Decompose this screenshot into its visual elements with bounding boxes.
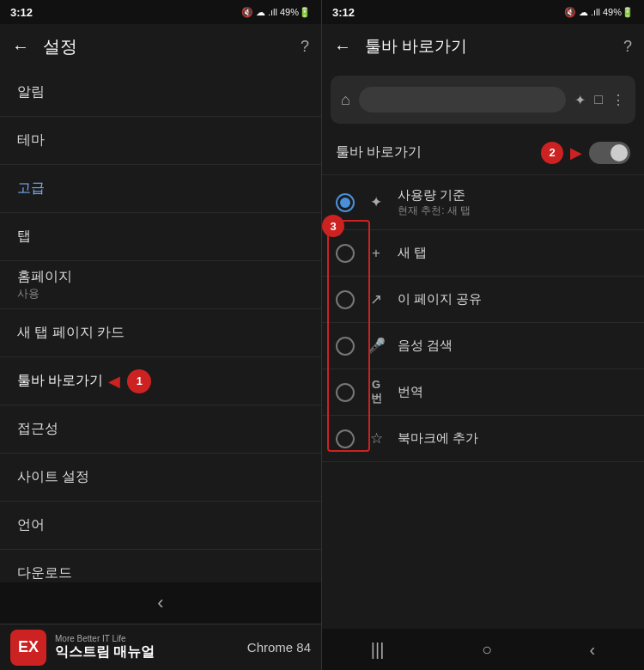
sparkle-option-icon: ✦ — [367, 193, 386, 211]
brand-text: More Better IT Life 익스트림 매뉴얼 — [55, 634, 155, 661]
tab-count-icon[interactable]: □ — [594, 92, 603, 107]
brand-bar: EX More Better IT Life 익스트림 매뉴얼 Chrome 8… — [0, 624, 321, 670]
toolbar-shortcut-section-header: 툴바 바로가기 2 ▶ — [322, 131, 644, 175]
right-status-bar: 3:12 🔇 ☁ .ıll 49%🔋 — [322, 0, 644, 24]
chrome-label: Chrome 84 — [247, 640, 311, 655]
option-bookmark[interactable]: ☆ 북마크에 추가 — [322, 416, 644, 462]
menu-item-notifications[interactable]: 알림 — [0, 69, 321, 117]
translate-icon: G번 — [367, 378, 386, 406]
right-bottom-nav: ||| ○ ‹ — [322, 629, 644, 670]
radio-share-page[interactable] — [336, 290, 355, 309]
settings-menu-list: 알림 테마 고급 탭 홈페이지 사용 새 탭 페이지 카드 툴바 바로가기 ◀ … — [0, 69, 321, 582]
left-status-icons: 🔇 ☁ .ıll 49%🔋 — [241, 7, 311, 18]
section-title: 툴바 바로가기 — [336, 143, 422, 161]
badge-1: 1 — [127, 369, 151, 393]
nav-home-icon[interactable]: ○ — [482, 640, 492, 660]
option-usage-text: 사용량 기준 현재 추천: 새 탭 — [398, 187, 471, 218]
radio-voice-search[interactable] — [336, 337, 355, 356]
menu-item-theme[interactable]: 테마 — [0, 117, 321, 165]
left-top-bar: ← 설정 ? — [0, 24, 321, 69]
left-bottom-nav: ‹ — [0, 582, 321, 624]
browser-bar-preview: ⌂ ✦ □ ⋮ — [331, 76, 635, 124]
toggle-wrapper: 2 ▶ — [541, 142, 630, 164]
radio-usage-based[interactable] — [336, 193, 355, 212]
option-translate[interactable]: G번 번역 — [322, 369, 644, 416]
menu-item-language[interactable]: 언어 — [0, 502, 321, 550]
menu-item-tab[interactable]: 탭 — [0, 213, 321, 261]
menu-item-toolbar-shortcut[interactable]: 툴바 바로가기 ◀ 1 — [0, 357, 321, 405]
right-panel: 3:12 🔇 ☁ .ıll 49%🔋 ← 툴바 바로가기 ? ⌂ ✦ □ ⋮ 툴… — [322, 0, 644, 670]
menu-item-site-settings[interactable]: 사이트 설정 — [0, 454, 321, 502]
sparkle-icon[interactable]: ✦ — [574, 92, 586, 108]
menu-item-newtab[interactable]: 새 탭 페이지 카드 — [0, 309, 321, 357]
menu-item-download[interactable]: 다운로드 — [0, 550, 321, 582]
mic-icon: 🎤 — [367, 337, 386, 355]
badge-3: 3 — [322, 215, 344, 237]
left-panel: 3:12 🔇 ☁ .ıll 49%🔋 ← 설정 ? 알림 테마 고급 탭 홈페이… — [0, 0, 322, 670]
left-nav-chevron[interactable]: ‹ — [157, 592, 163, 614]
share-icon: ↗ — [367, 290, 386, 308]
nav-menu-icon[interactable]: ||| — [371, 640, 385, 660]
badge-2: 2 — [541, 142, 563, 164]
brand-logo-icon: EX — [10, 630, 46, 666]
arrow-right-icon: ▶ — [570, 143, 582, 162]
right-back-button[interactable]: ← — [334, 37, 351, 57]
left-status-bar: 3:12 🔇 ☁ .ıll 49%🔋 — [0, 0, 321, 24]
right-status-icons: 🔇 ☁ .ıll 49%🔋 — [564, 7, 634, 18]
overflow-menu-icon[interactable]: ⋮ — [611, 92, 625, 108]
plus-icon: + — [367, 245, 386, 262]
option-usage-based[interactable]: ✦ 사용량 기준 현재 추천: 새 탭 — [322, 175, 644, 230]
radio-new-tab[interactable] — [336, 244, 355, 263]
menu-item-advanced[interactable]: 고급 — [0, 165, 321, 213]
right-top-bar: ← 툴바 바로가기 ? — [322, 24, 644, 69]
toolbar-toggle[interactable] — [589, 142, 630, 164]
menu-item-accessibility[interactable]: 접근성 — [0, 405, 321, 454]
arrow-left-icon: ◀ — [108, 372, 120, 391]
left-time: 3:12 — [10, 6, 33, 19]
left-help-button[interactable]: ? — [301, 38, 309, 56]
radio-bookmark[interactable] — [336, 429, 355, 448]
options-list: 3 ✦ 사용량 기준 현재 추천: 새 탭 + 새 탭 ↗ 이 페이지 공유 🎤 — [322, 175, 644, 629]
radio-translate[interactable] — [336, 383, 355, 402]
nav-back-icon[interactable]: ‹ — [590, 640, 596, 660]
option-voice-search[interactable]: 🎤 음성 검색 — [322, 323, 644, 369]
right-page-title: 툴바 바로가기 — [365, 35, 467, 58]
star-icon: ☆ — [367, 429, 386, 448]
left-page-title: 설정 — [43, 35, 77, 58]
menu-item-homepage[interactable]: 홈페이지 사용 — [0, 261, 321, 309]
option-new-tab[interactable]: + 새 탭 — [322, 230, 644, 277]
browser-action-icons: ✦ □ ⋮ — [574, 92, 625, 108]
option-share-page[interactable]: ↗ 이 페이지 공유 — [322, 277, 644, 323]
right-time: 3:12 — [332, 6, 355, 19]
left-back-button[interactable]: ← — [12, 37, 29, 57]
home-icon: ⌂ — [341, 91, 350, 109]
address-bar — [359, 87, 566, 113]
right-help-button[interactable]: ? — [623, 38, 632, 56]
